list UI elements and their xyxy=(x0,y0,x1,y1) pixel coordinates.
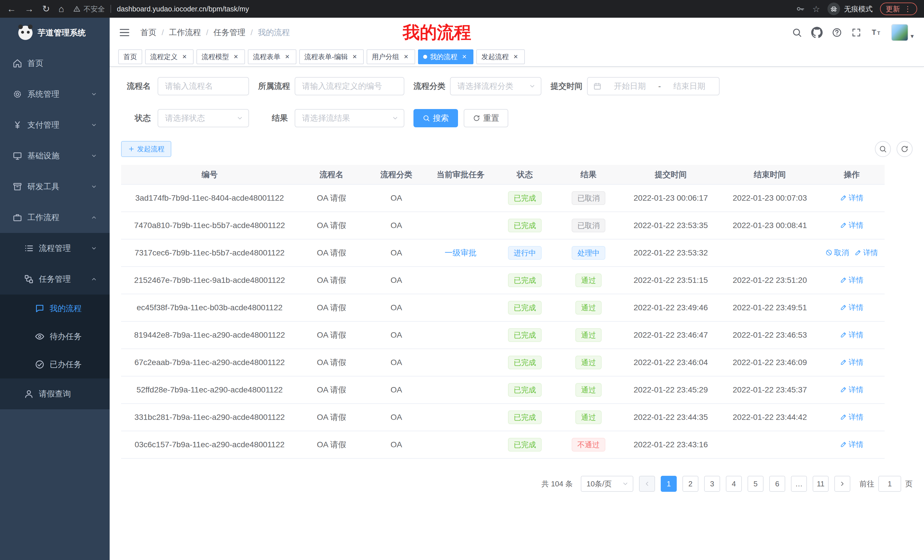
toggle-search-button[interactable] xyxy=(875,141,891,157)
tab-3[interactable]: 流程模型 × xyxy=(196,49,245,64)
help-icon[interactable] xyxy=(832,27,842,38)
sidebar-item-9[interactable]: 我的流程 xyxy=(0,295,110,322)
tab-label: 首页 xyxy=(123,52,137,61)
key-icon[interactable] xyxy=(796,4,805,13)
page-button-2[interactable]: 2 xyxy=(682,476,698,492)
breadcrumb-item-workflow[interactable]: 工作流程 xyxy=(169,27,201,38)
prev-page-button[interactable] xyxy=(639,476,655,492)
avatar[interactable] xyxy=(891,24,908,41)
col-end-time: 结束时间 xyxy=(721,165,819,184)
page-button-3[interactable]: 3 xyxy=(704,476,720,492)
process-name-input[interactable] xyxy=(158,77,249,95)
bookmark-star-icon[interactable]: ☆ xyxy=(812,4,820,14)
chevron-down-icon xyxy=(236,115,243,121)
sidebar-item-2[interactable]: 系统管理 xyxy=(0,79,110,109)
cell-category: OA xyxy=(365,321,428,349)
user-menu[interactable]: ▾ xyxy=(891,24,914,41)
breadcrumb: 首页 / 工作流程 / 任务管理 / 我的流程 xyxy=(141,27,290,38)
process-detail-link[interactable]: 详情 xyxy=(840,440,864,449)
page-button-11[interactable]: 11 xyxy=(813,476,829,492)
github-icon[interactable] xyxy=(811,27,823,38)
tab-4[interactable]: 流程表单 × xyxy=(248,49,296,64)
browser-back-button[interactable]: ← xyxy=(7,4,16,13)
sidebar-item-5[interactable]: 研发工具 xyxy=(0,171,110,202)
process-detail-link[interactable]: 详情 xyxy=(840,357,864,367)
close-tab-icon[interactable]: × xyxy=(180,53,189,61)
warning-icon xyxy=(73,5,81,13)
result-badge: 通过 xyxy=(575,410,602,424)
fullscreen-icon[interactable] xyxy=(851,27,861,38)
close-tab-icon[interactable]: × xyxy=(232,53,240,61)
sidebar-item-12[interactable]: 请假查询 xyxy=(0,379,110,409)
close-tab-icon[interactable]: × xyxy=(512,53,520,61)
page-button-6[interactable]: 6 xyxy=(769,476,785,492)
create-process-button[interactable]: 发起流程 xyxy=(121,141,171,157)
sidebar: 芋道管理系统 首页 系统管理 支付管理 基础设施 研发工具 工作流程 流程管理 … xyxy=(0,18,110,560)
next-page-button[interactable] xyxy=(834,476,850,492)
reset-button[interactable]: 重置 xyxy=(464,109,508,127)
process-detail-link[interactable]: 详情 xyxy=(840,275,864,285)
result-select[interactable]: 请选择流结果 xyxy=(295,109,404,127)
page-button-1[interactable]: 1 xyxy=(661,476,677,492)
process-detail-link[interactable]: 详情 xyxy=(840,220,864,231)
process-detail-link[interactable]: 详情 xyxy=(855,248,878,258)
close-tab-icon[interactable]: × xyxy=(460,53,468,61)
current-task-link[interactable]: 一级审批 xyxy=(445,248,477,257)
submit-time-range-picker[interactable]: 开始日期 - 结束日期 xyxy=(587,77,720,95)
tab-2[interactable]: 流程定义 × xyxy=(145,49,194,64)
text-size-icon[interactable] xyxy=(871,27,882,38)
cancel-process-link[interactable]: 取消 xyxy=(825,248,849,258)
cell-submit-time: 2022-01-22 23:49:46 xyxy=(621,294,721,321)
cancel-icon xyxy=(825,249,832,256)
menu-fold-icon[interactable] xyxy=(119,27,130,38)
close-tab-icon[interactable]: × xyxy=(351,53,358,61)
sidebar-item-7[interactable]: 流程管理 xyxy=(0,233,110,264)
process-detail-link[interactable]: 详情 xyxy=(840,412,864,422)
status-select[interactable]: 请选择状态 xyxy=(158,109,249,127)
process-detail-link[interactable]: 详情 xyxy=(840,193,864,203)
address-bar[interactable]: 不安全 dashboard.yudao.iocoder.cn/bpm/task/… xyxy=(73,4,796,14)
cell-result: 不通过 xyxy=(556,431,621,458)
breadcrumb-item-task[interactable]: 任务管理 xyxy=(214,27,246,38)
active-tab-dot xyxy=(423,55,427,59)
tab-7[interactable]: 我的流程 × xyxy=(418,49,473,64)
cell-process-name: OA 请假 xyxy=(298,239,365,267)
tab-1[interactable]: 首页 xyxy=(118,49,142,64)
browser-home-button[interactable]: ⌂ xyxy=(58,4,64,13)
breadcrumb-item-home[interactable]: 首页 xyxy=(141,27,156,38)
sidebar-item-3[interactable]: 支付管理 xyxy=(0,109,110,141)
page-button-4[interactable]: 4 xyxy=(726,476,742,492)
tab-5[interactable]: 流程表单-编辑 × xyxy=(299,49,364,64)
browser-update-button[interactable]: 更新 ⋮ xyxy=(880,3,917,15)
cell-actions: 详情 xyxy=(819,376,885,404)
refresh-table-button[interactable] xyxy=(897,141,913,157)
sidebar-item-11[interactable]: 已办任务 xyxy=(0,350,110,379)
sidebar-item-4[interactable]: 基础设施 xyxy=(0,141,110,171)
browser-menu-icon[interactable]: ⋮ xyxy=(904,4,911,13)
cell-actions: 详情 xyxy=(819,294,885,321)
page-button-…[interactable]: … xyxy=(791,476,807,492)
browser-forward-button[interactable]: → xyxy=(24,4,34,13)
search-icon[interactable] xyxy=(792,27,802,38)
page-button-5[interactable]: 5 xyxy=(747,476,764,492)
app-logo[interactable]: 芋道管理系统 xyxy=(0,18,110,48)
process-detail-link[interactable]: 详情 xyxy=(840,330,864,340)
category-select[interactable]: 请选择流程分类 xyxy=(450,77,542,95)
sidebar-item-8[interactable]: 任务管理 xyxy=(0,264,110,295)
page-size-select[interactable]: 10条/页 xyxy=(581,476,633,492)
close-tab-icon[interactable]: × xyxy=(283,53,291,61)
browser-reload-button[interactable]: ↻ xyxy=(42,4,50,13)
search-button[interactable]: 搜索 xyxy=(414,109,458,127)
tab-6[interactable]: 用户分组 × xyxy=(367,49,415,64)
cell-end-time: 2022-01-22 23:46:09 xyxy=(721,349,819,376)
process-detail-link[interactable]: 详情 xyxy=(840,385,864,395)
sidebar-item-1[interactable]: 首页 xyxy=(0,48,110,79)
tab-8[interactable]: 发起流程 × xyxy=(476,49,525,64)
cell-process-id: 331bc281-7b9a-11ec-a290-acde48001122 xyxy=(121,404,298,431)
sidebar-item-6[interactable]: 工作流程 xyxy=(0,202,110,233)
sidebar-item-10[interactable]: 待办任务 xyxy=(0,322,110,350)
process-detail-link[interactable]: 详情 xyxy=(840,302,864,313)
goto-page-input[interactable] xyxy=(878,476,901,492)
close-tab-icon[interactable]: × xyxy=(402,53,410,61)
process-def-input[interactable] xyxy=(295,77,404,95)
